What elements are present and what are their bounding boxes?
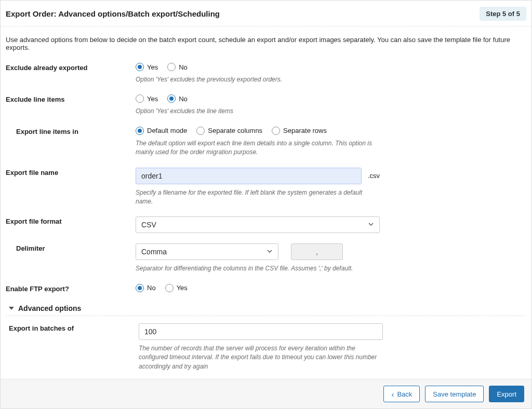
hint-batch-size: The number of records that the server wi…	[139, 344, 383, 371]
row-file-format: Export file format CSV	[6, 209, 526, 236]
radio-ftp-no[interactable]: No	[136, 284, 156, 292]
hint-file-name: Specify a filename for the exported file…	[136, 188, 380, 207]
row-exclude-line-items: Exclude line items Yes No Option 'Yes' e…	[6, 87, 526, 119]
delimiter-char-display: ,	[291, 243, 343, 260]
label-file-name: Export file name	[6, 168, 136, 176]
radio-dot-icon	[167, 94, 176, 103]
radio-dot-icon	[167, 63, 176, 71]
button-label: Save template	[433, 390, 476, 398]
row-file-name: Export file name order1 .csv Specify a f…	[6, 160, 526, 210]
radio-label: No	[147, 284, 156, 292]
advanced-options-label: Advanced options	[18, 304, 81, 312]
label-exclude-exported: Exclude already exported	[6, 63, 136, 72]
radio-dot-icon	[272, 127, 280, 135]
export-button[interactable]: Export	[489, 386, 524, 402]
file-ext: .csv	[368, 172, 380, 180]
select-value: CSV	[141, 221, 156, 229]
row-delimiter: Delimiter Comma , Separator for differen…	[6, 236, 526, 276]
intro-text: Use advanced options from below to decid…	[1, 26, 531, 56]
chevron-down-icon	[267, 248, 273, 256]
label-batch-size: Export in batches of	[9, 323, 139, 332]
radio-label: Yes	[147, 95, 158, 103]
label-exclude-line-items: Exclude line items	[6, 94, 136, 103]
radio-label: Separate rows	[283, 127, 327, 134]
radio-dot-icon	[136, 284, 144, 292]
form-body: Exclude already exported Yes No Option '…	[1, 56, 531, 379]
radio-dot-icon	[136, 94, 144, 103]
input-file-name[interactable]: order1	[136, 168, 362, 184]
radio-dot-icon	[196, 127, 205, 135]
radio-exclude-line-no[interactable]: No	[167, 94, 188, 103]
select-value: Comma	[141, 248, 167, 256]
label-ftp: Enable FTP export?	[6, 284, 136, 293]
radio-exclude-exported-yes[interactable]: Yes	[136, 63, 158, 71]
radio-line-mode-default[interactable]: Default mode	[136, 127, 187, 135]
radio-dot-icon	[136, 127, 144, 135]
page-header: Export Order: Advanced options/Batch exp…	[1, 1, 531, 26]
chevron-left-icon: ‹	[391, 390, 394, 398]
radio-ftp-yes[interactable]: Yes	[165, 284, 188, 292]
advanced-options-toggle[interactable]: Advanced options	[6, 296, 526, 316]
input-batch-size[interactable]: 100	[139, 323, 383, 340]
label-export-line-mode: Export line items in	[16, 127, 136, 135]
row-ftp: Enable FTP export? No Yes	[6, 277, 526, 296]
button-label: Back	[397, 390, 412, 398]
label-file-format: Export file format	[6, 216, 136, 225]
row-batch-size: Export in batches of 100 The number of r…	[6, 316, 526, 374]
label-delimiter: Delimiter	[16, 243, 136, 252]
radio-line-mode-rows[interactable]: Separate rows	[272, 127, 327, 135]
hint-exclude-exported: Option 'Yes' excludes the previously exp…	[136, 75, 380, 84]
row-export-line-mode: Export line items in Default mode Separa…	[6, 119, 526, 160]
chevron-down-icon	[368, 221, 374, 229]
footer-actions: ‹ Back Save template Export	[1, 379, 531, 408]
step-badge: Step 5 of 5	[480, 7, 526, 21]
radio-line-mode-cols[interactable]: Separate columns	[196, 127, 262, 135]
hint-exclude-line-items: Option 'Yes' excludes the line items	[136, 107, 380, 116]
radio-label: No	[179, 63, 188, 71]
radio-label: No	[179, 95, 188, 103]
hint-export-line-mode: The default option will export each line…	[136, 139, 380, 157]
button-label: Export	[497, 390, 516, 398]
save-template-button[interactable]: Save template	[425, 386, 484, 402]
radio-dot-icon	[136, 63, 144, 71]
radio-label: Default mode	[147, 127, 187, 134]
back-button[interactable]: ‹ Back	[383, 386, 420, 402]
radio-label: Yes	[147, 63, 158, 71]
hint-delimiter: Separator for differentiating the column…	[136, 264, 380, 273]
radio-dot-icon	[165, 284, 174, 292]
radio-exclude-line-yes[interactable]: Yes	[136, 94, 158, 103]
radio-label: Yes	[177, 284, 188, 292]
page-title: Export Order: Advanced options/Batch exp…	[6, 9, 220, 18]
select-delimiter[interactable]: Comma	[136, 243, 278, 260]
radio-label: Separate columns	[208, 127, 262, 134]
select-file-format[interactable]: CSV	[136, 216, 380, 233]
export-order-page: Export Order: Advanced options/Batch exp…	[0, 0, 532, 409]
row-exclude-exported: Exclude already exported Yes No Option '…	[6, 56, 526, 87]
radio-exclude-exported-no[interactable]: No	[167, 63, 188, 71]
caret-down-icon	[9, 307, 14, 310]
